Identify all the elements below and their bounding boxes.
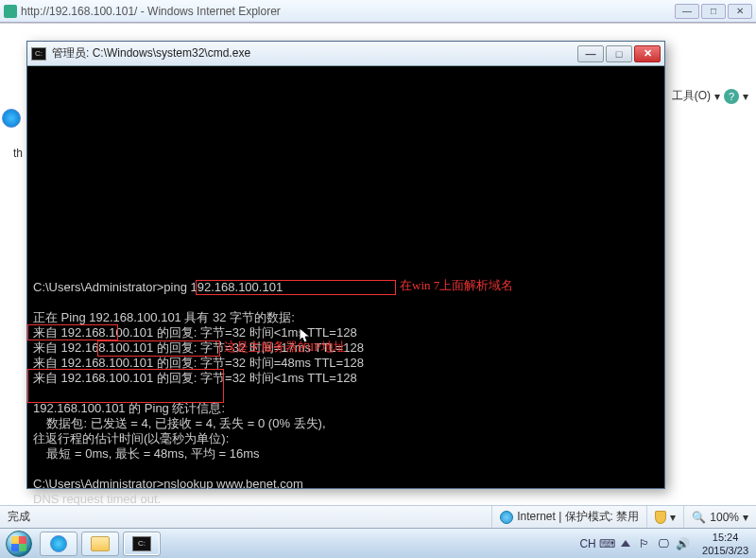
- tray-action-center-icon[interactable]: 🏳: [638, 537, 651, 550]
- taskbar: C: CH ⌨ 🏳 🖵 🔊 15:24 2015/3/23: [0, 528, 756, 558]
- internet-zone-icon: [500, 511, 513, 524]
- ie-minimize-button[interactable]: —: [675, 4, 699, 19]
- ie-icon: [50, 535, 67, 552]
- ie-maximize-button[interactable]: □: [701, 4, 726, 19]
- taskbar-item-explorer[interactable]: [81, 532, 119, 556]
- cmd-output-line: [33, 462, 659, 477]
- statusbar-zoom-text: 100%: [710, 511, 739, 524]
- cmd-output-line: 来自 192.168.100.101 的回复: 字节=32 时间=48ms TT…: [33, 356, 659, 371]
- system-tray: CH ⌨ 🏳 🖵 🔊 15:24 2015/3/23: [576, 529, 756, 558]
- start-button[interactable]: [0, 529, 38, 559]
- cmd-title-icon: C:: [31, 47, 46, 61]
- cmd-output-line: [33, 295, 659, 310]
- page-body-text: th: [13, 147, 23, 160]
- tray-volume-icon[interactable]: 🔊: [676, 537, 689, 550]
- cmd-output-line: 192.168.100.101 的 Ping 统计信息:: [33, 401, 659, 416]
- help-icon[interactable]: ?: [724, 89, 739, 104]
- taskbar-item-ie[interactable]: [40, 532, 77, 556]
- ie-help-dropdown-icon[interactable]: ▾: [743, 90, 748, 103]
- tray-show-hidden-icon[interactable]: [619, 537, 632, 550]
- cmd-titlebar[interactable]: C: 管理员: C:\Windows\system32\cmd.exe — □ …: [27, 42, 664, 66]
- cmd-maximize-button[interactable]: □: [606, 45, 632, 62]
- cmd-output-line: 往返行程的估计时间(以毫秒为单位):: [33, 431, 659, 446]
- cmd-window-buttons: — □ ✕: [577, 45, 661, 62]
- zoom-dropdown-icon: ▾: [743, 511, 748, 524]
- cmd-output-line: C:\Users\Administrator>nslookup www.bene…: [33, 477, 659, 492]
- cmd-output-line: 数据包: 已发送 = 4, 已接收 = 4, 丢失 = 0 (0% 丢失),: [33, 416, 659, 431]
- taskbar-item-cmd[interactable]: C:: [123, 532, 161, 556]
- ie-page-icon: [4, 5, 17, 18]
- cmd-window-title: 管理员: C:\Windows\system32\cmd.exe: [52, 45, 577, 61]
- ie-window-title: http://192.168.100.101/ - Windows Intern…: [21, 5, 675, 18]
- statusbar-protected-mode-icon[interactable]: ▾: [646, 506, 683, 528]
- cmd-close-button[interactable]: ✕: [634, 45, 661, 62]
- statusbar-zone-text: Internet | 保护模式: 禁用: [517, 509, 639, 525]
- folder-icon: [91, 536, 110, 551]
- cmd-window[interactable]: C: 管理员: C:\Windows\system32\cmd.exe — □ …: [26, 41, 665, 489]
- cmd-output-line: C:\Users\Administrator>ping 192.168.100.…: [33, 280, 659, 295]
- ie-content-area: 工具(O) ▾ ? ▾ th C: 管理员: C:\Windows\system…: [0, 23, 756, 505]
- ie-tools-strip: 工具(O) ▾ ? ▾: [666, 86, 754, 106]
- tray-network-icon[interactable]: 🖵: [657, 537, 670, 550]
- ie-window-buttons: — □ ✕: [675, 4, 752, 19]
- statusbar-zoom[interactable]: 🔍 100% ▾: [683, 506, 756, 528]
- cmd-output-line: 最短 = 0ms, 最长 = 48ms, 平均 = 16ms: [33, 446, 659, 462]
- windows-orb-icon: [6, 531, 32, 557]
- ie-tools-menu[interactable]: 工具(O): [672, 88, 711, 104]
- cmd-output-line: 来自 192.168.100.101 的回复: 字节=32 时间<1ms TTL…: [33, 325, 659, 340]
- ie-close-button[interactable]: ✕: [728, 4, 752, 19]
- tray-icons: CH ⌨ 🏳 🖵 🔊: [576, 537, 695, 550]
- tray-clock[interactable]: 15:24 2015/3/23: [695, 531, 756, 557]
- statusbar-done: 完成: [0, 509, 38, 525]
- cmd-output-line: 来自 192.168.100.101 的回复: 字节=32 时间<1ms TTL…: [33, 371, 659, 386]
- tray-date: 2015/3/23: [702, 544, 748, 557]
- tray-keyboard-icon[interactable]: ⌨: [600, 537, 613, 550]
- ie-tools-dropdown-icon[interactable]: ▾: [714, 90, 720, 103]
- annotation-label-win7: 在win 7上面解析域名: [400, 278, 513, 293]
- cmd-output-line: [33, 386, 659, 401]
- tray-time: 15:24: [702, 531, 748, 544]
- statusbar-zone[interactable]: Internet | 保护模式: 禁用: [491, 506, 646, 528]
- ie-statusbar: 完成 Internet | 保护模式: 禁用 ▾ 🔍 100% ▾: [0, 505, 756, 528]
- zoom-icon: 🔍: [692, 511, 706, 524]
- tray-ime-indicator[interactable]: CH: [581, 537, 594, 550]
- shield-icon: [655, 511, 666, 524]
- ie-logo-icon: [2, 109, 21, 128]
- protected-dropdown-icon: ▾: [670, 511, 676, 524]
- annotation-label-primary-ip: 这是主服务器的IP地址: [224, 340, 346, 355]
- cmd-icon: C:: [132, 536, 151, 551]
- ie-titlebar: http://192.168.100.101/ - Windows Intern…: [0, 0, 756, 23]
- cmd-output-line: 来自 192.168.100.101 的回复: 字节=32 时间=17ms TT…: [33, 340, 659, 356]
- cmd-terminal-body[interactable]: 在win 7上面解析域名 这是主服务器的IP地址 C:\Users\Admini…: [27, 66, 664, 488]
- cmd-output-line: 正在 Ping 192.168.100.101 具有 32 字节的数据:: [33, 310, 659, 325]
- cmd-minimize-button[interactable]: —: [577, 45, 604, 62]
- cmd-output-line: [33, 265, 659, 280]
